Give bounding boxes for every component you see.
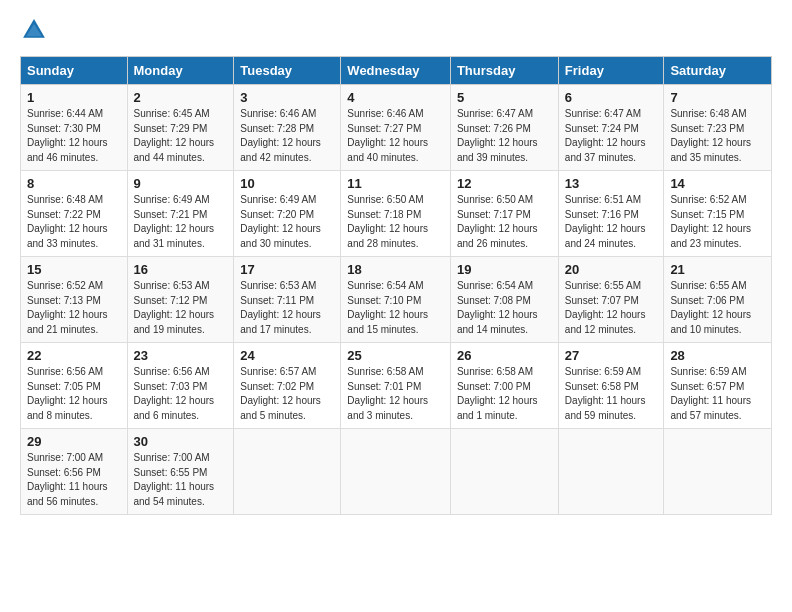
table-row: 7 Sunrise: 6:48 AMSunset: 7:23 PMDayligh… (664, 85, 772, 171)
table-row: 19 Sunrise: 6:54 AMSunset: 7:08 PMDaylig… (450, 257, 558, 343)
day-number: 8 (27, 176, 121, 191)
day-detail: Sunrise: 6:59 AMSunset: 6:58 PMDaylight:… (565, 366, 646, 421)
day-detail: Sunrise: 6:47 AMSunset: 7:26 PMDaylight:… (457, 108, 538, 163)
table-row (341, 429, 451, 515)
day-number: 20 (565, 262, 658, 277)
col-saturday: Saturday (664, 57, 772, 85)
day-number: 7 (670, 90, 765, 105)
day-detail: Sunrise: 6:49 AMSunset: 7:21 PMDaylight:… (134, 194, 215, 249)
calendar-week-3: 22 Sunrise: 6:56 AMSunset: 7:05 PMDaylig… (21, 343, 772, 429)
table-row: 28 Sunrise: 6:59 AMSunset: 6:57 PMDaylig… (664, 343, 772, 429)
calendar-body: 1 Sunrise: 6:44 AMSunset: 7:30 PMDayligh… (21, 85, 772, 515)
table-row (558, 429, 664, 515)
day-number: 15 (27, 262, 121, 277)
table-row: 17 Sunrise: 6:53 AMSunset: 7:11 PMDaylig… (234, 257, 341, 343)
day-number: 23 (134, 348, 228, 363)
table-row (234, 429, 341, 515)
day-detail: Sunrise: 6:45 AMSunset: 7:29 PMDaylight:… (134, 108, 215, 163)
logo (20, 16, 52, 44)
table-row: 29 Sunrise: 7:00 AMSunset: 6:56 PMDaylig… (21, 429, 128, 515)
col-wednesday: Wednesday (341, 57, 451, 85)
table-row: 10 Sunrise: 6:49 AMSunset: 7:20 PMDaylig… (234, 171, 341, 257)
day-detail: Sunrise: 6:48 AMSunset: 7:23 PMDaylight:… (670, 108, 751, 163)
calendar-table: Sunday Monday Tuesday Wednesday Thursday… (20, 56, 772, 515)
day-detail: Sunrise: 6:56 AMSunset: 7:05 PMDaylight:… (27, 366, 108, 421)
day-number: 11 (347, 176, 444, 191)
table-row: 2 Sunrise: 6:45 AMSunset: 7:29 PMDayligh… (127, 85, 234, 171)
table-row: 21 Sunrise: 6:55 AMSunset: 7:06 PMDaylig… (664, 257, 772, 343)
day-detail: Sunrise: 6:50 AMSunset: 7:17 PMDaylight:… (457, 194, 538, 249)
day-detail: Sunrise: 6:50 AMSunset: 7:18 PMDaylight:… (347, 194, 428, 249)
day-detail: Sunrise: 6:56 AMSunset: 7:03 PMDaylight:… (134, 366, 215, 421)
col-friday: Friday (558, 57, 664, 85)
day-number: 18 (347, 262, 444, 277)
day-number: 21 (670, 262, 765, 277)
col-sunday: Sunday (21, 57, 128, 85)
day-detail: Sunrise: 6:54 AMSunset: 7:10 PMDaylight:… (347, 280, 428, 335)
day-detail: Sunrise: 6:55 AMSunset: 7:07 PMDaylight:… (565, 280, 646, 335)
day-number: 1 (27, 90, 121, 105)
calendar-week-0: 1 Sunrise: 6:44 AMSunset: 7:30 PMDayligh… (21, 85, 772, 171)
day-detail: Sunrise: 6:46 AMSunset: 7:27 PMDaylight:… (347, 108, 428, 163)
table-row: 22 Sunrise: 6:56 AMSunset: 7:05 PMDaylig… (21, 343, 128, 429)
day-number: 29 (27, 434, 121, 449)
table-row (664, 429, 772, 515)
calendar-week-2: 15 Sunrise: 6:52 AMSunset: 7:13 PMDaylig… (21, 257, 772, 343)
table-row: 1 Sunrise: 6:44 AMSunset: 7:30 PMDayligh… (21, 85, 128, 171)
table-row: 23 Sunrise: 6:56 AMSunset: 7:03 PMDaylig… (127, 343, 234, 429)
day-number: 9 (134, 176, 228, 191)
table-row: 30 Sunrise: 7:00 AMSunset: 6:55 PMDaylig… (127, 429, 234, 515)
table-row: 24 Sunrise: 6:57 AMSunset: 7:02 PMDaylig… (234, 343, 341, 429)
day-detail: Sunrise: 6:58 AMSunset: 7:01 PMDaylight:… (347, 366, 428, 421)
table-row (450, 429, 558, 515)
day-number: 12 (457, 176, 552, 191)
day-detail: Sunrise: 6:47 AMSunset: 7:24 PMDaylight:… (565, 108, 646, 163)
day-detail: Sunrise: 6:46 AMSunset: 7:28 PMDaylight:… (240, 108, 321, 163)
table-row: 6 Sunrise: 6:47 AMSunset: 7:24 PMDayligh… (558, 85, 664, 171)
day-number: 28 (670, 348, 765, 363)
col-monday: Monday (127, 57, 234, 85)
day-detail: Sunrise: 6:59 AMSunset: 6:57 PMDaylight:… (670, 366, 751, 421)
day-number: 26 (457, 348, 552, 363)
day-number: 5 (457, 90, 552, 105)
logo-icon (20, 16, 48, 44)
day-detail: Sunrise: 6:53 AMSunset: 7:11 PMDaylight:… (240, 280, 321, 335)
day-number: 4 (347, 90, 444, 105)
table-row: 11 Sunrise: 6:50 AMSunset: 7:18 PMDaylig… (341, 171, 451, 257)
day-number: 2 (134, 90, 228, 105)
day-number: 14 (670, 176, 765, 191)
table-row: 25 Sunrise: 6:58 AMSunset: 7:01 PMDaylig… (341, 343, 451, 429)
day-detail: Sunrise: 6:51 AMSunset: 7:16 PMDaylight:… (565, 194, 646, 249)
day-number: 17 (240, 262, 334, 277)
table-row: 16 Sunrise: 6:53 AMSunset: 7:12 PMDaylig… (127, 257, 234, 343)
day-number: 10 (240, 176, 334, 191)
day-number: 27 (565, 348, 658, 363)
day-detail: Sunrise: 6:52 AMSunset: 7:15 PMDaylight:… (670, 194, 751, 249)
table-row: 20 Sunrise: 6:55 AMSunset: 7:07 PMDaylig… (558, 257, 664, 343)
table-row: 9 Sunrise: 6:49 AMSunset: 7:21 PMDayligh… (127, 171, 234, 257)
table-row: 27 Sunrise: 6:59 AMSunset: 6:58 PMDaylig… (558, 343, 664, 429)
day-number: 3 (240, 90, 334, 105)
day-detail: Sunrise: 7:00 AMSunset: 6:55 PMDaylight:… (134, 452, 215, 507)
day-detail: Sunrise: 6:49 AMSunset: 7:20 PMDaylight:… (240, 194, 321, 249)
day-number: 25 (347, 348, 444, 363)
day-number: 6 (565, 90, 658, 105)
calendar-header-row: Sunday Monday Tuesday Wednesday Thursday… (21, 57, 772, 85)
table-row: 26 Sunrise: 6:58 AMSunset: 7:00 PMDaylig… (450, 343, 558, 429)
day-number: 30 (134, 434, 228, 449)
day-detail: Sunrise: 6:55 AMSunset: 7:06 PMDaylight:… (670, 280, 751, 335)
table-row: 4 Sunrise: 6:46 AMSunset: 7:27 PMDayligh… (341, 85, 451, 171)
table-row: 18 Sunrise: 6:54 AMSunset: 7:10 PMDaylig… (341, 257, 451, 343)
day-detail: Sunrise: 6:44 AMSunset: 7:30 PMDaylight:… (27, 108, 108, 163)
col-tuesday: Tuesday (234, 57, 341, 85)
day-detail: Sunrise: 6:48 AMSunset: 7:22 PMDaylight:… (27, 194, 108, 249)
table-row: 14 Sunrise: 6:52 AMSunset: 7:15 PMDaylig… (664, 171, 772, 257)
calendar-week-4: 29 Sunrise: 7:00 AMSunset: 6:56 PMDaylig… (21, 429, 772, 515)
table-row: 13 Sunrise: 6:51 AMSunset: 7:16 PMDaylig… (558, 171, 664, 257)
day-number: 24 (240, 348, 334, 363)
page-header (20, 16, 772, 44)
day-detail: Sunrise: 6:52 AMSunset: 7:13 PMDaylight:… (27, 280, 108, 335)
day-detail: Sunrise: 7:00 AMSunset: 6:56 PMDaylight:… (27, 452, 108, 507)
day-number: 13 (565, 176, 658, 191)
table-row: 3 Sunrise: 6:46 AMSunset: 7:28 PMDayligh… (234, 85, 341, 171)
